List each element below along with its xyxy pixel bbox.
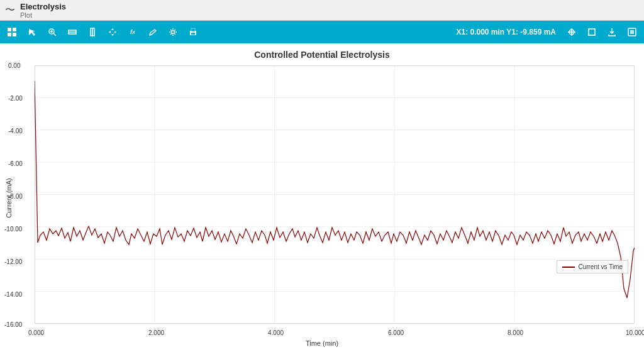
legend: Current vs Time [557, 260, 628, 273]
legend-line [562, 267, 575, 268]
zoom-y-button[interactable] [83, 23, 102, 41]
y-tick-8: -16.00 [4, 321, 22, 328]
y-tick-0: 0.00 [8, 62, 20, 69]
app-icon: 〜 [5, 4, 15, 17]
x-tick-3: 6.000 [388, 329, 404, 336]
zoom-fit-button[interactable] [582, 23, 601, 41]
y-tick-3: -6.00 [8, 160, 23, 167]
x-tick-5: 10.000 [626, 329, 644, 336]
svg-rect-2 [8, 33, 11, 36]
svg-line-5 [53, 33, 56, 36]
export-button[interactable] [602, 23, 621, 41]
x-tick-1: 2.000 [148, 329, 164, 336]
svg-point-12 [172, 31, 175, 34]
svg-rect-14 [191, 28, 195, 31]
app-subtitle: Plot [20, 11, 66, 19]
cursor-coords: X1: 0.000 min Y1: -9.859 mA [456, 28, 556, 36]
title-bar: 〜 Electrolysis Plot [0, 0, 644, 21]
x-tick-2: 4.000 [268, 329, 284, 336]
svg-rect-0 [8, 28, 11, 31]
data-cursor-button[interactable]: fx [123, 23, 142, 41]
y-tick-2: -4.00 [8, 128, 23, 135]
y-tick-5: -10.00 [4, 226, 22, 233]
chart-title: Controlled Potential Electrolysis [0, 43, 644, 62]
y-tick-7: -14.00 [4, 291, 22, 298]
y-tick-1: -2.00 [8, 95, 23, 102]
x-tick-0: 0.000 [28, 329, 44, 336]
print-button[interactable] [184, 23, 203, 41]
chart-svg [35, 65, 635, 324]
settings-button[interactable] [164, 23, 182, 41]
draw-tool-button[interactable] [143, 23, 162, 41]
toolbar-right-buttons [562, 23, 641, 41]
chart-container[interactable]: 0.00 -2.00 -4.00 -6.00 -8.00 -10.00 -12.… [35, 65, 635, 324]
y-tick-6: -12.00 [4, 258, 22, 265]
zoom-x-button[interactable] [63, 23, 82, 41]
x-tick-4: 8.000 [508, 329, 523, 336]
reset-axes-button[interactable] [3, 23, 21, 41]
y-tick-4: -8.00 [8, 193, 23, 200]
zoom-tool-button[interactable] [43, 23, 62, 41]
options-button[interactable] [623, 23, 641, 41]
legend-label: Current vs Time [578, 263, 623, 270]
svg-rect-1 [13, 28, 16, 31]
chart-area: Controlled Potential Electrolysis Curren… [0, 43, 644, 352]
app-title: Electrolysis [20, 2, 66, 11]
svg-rect-15 [191, 33, 195, 35]
svg-rect-19 [589, 29, 595, 35]
select-tool-button[interactable] [23, 23, 42, 41]
pan-tool-button[interactable] [103, 23, 122, 41]
svg-rect-3 [13, 33, 16, 36]
toolbar: fx X1: 0.000 min Y1: -9.859 mA [0, 21, 644, 43]
crosshair-button[interactable] [562, 23, 581, 41]
x-axis-label: Time (min) [306, 339, 338, 347]
